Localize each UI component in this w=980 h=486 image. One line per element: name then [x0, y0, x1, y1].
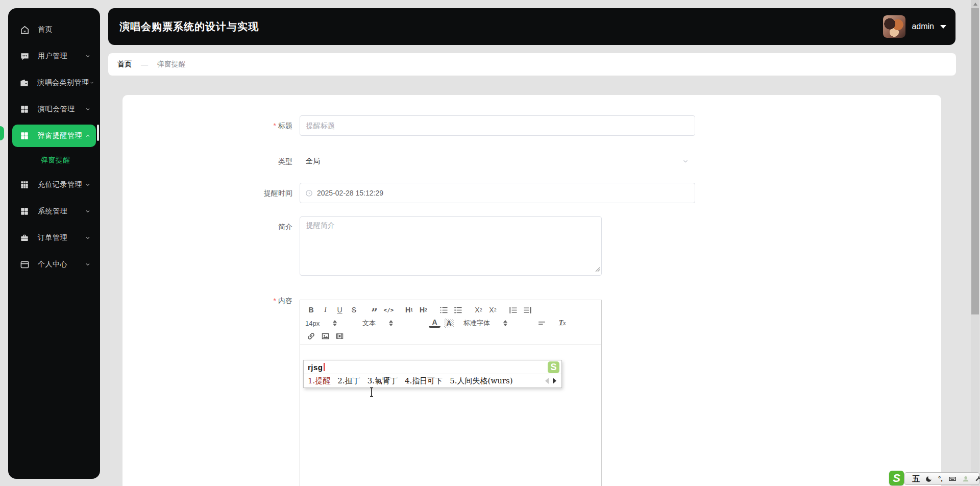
underline-button[interactable]: U — [334, 304, 346, 315]
card-icon — [19, 259, 30, 270]
sidebar-item-label: 充值记录管理 — [38, 180, 85, 189]
caret-down-icon — [940, 25, 946, 29]
text-cursor-icon — [369, 387, 375, 399]
avatar[interactable] — [883, 15, 905, 38]
heading1-button[interactable]: H1 — [403, 304, 415, 315]
sidebar-item-popup-reminder-mgmt[interactable]: 弹窗提醒管理 — [12, 125, 96, 147]
sidebar: 首页 用户管理 — [8, 8, 100, 479]
sidebar-item-label: 个人中心 — [38, 260, 85, 269]
h-glyph: H — [420, 306, 425, 314]
sidebar-subitem-popup-reminder[interactable]: 弹窗提醒 — [12, 151, 96, 170]
indent-button[interactable] — [522, 304, 533, 315]
ime-candidate[interactable]: 4.指日可下 — [405, 376, 443, 386]
line-height-button[interactable] — [536, 318, 548, 329]
scrollbar-thumb[interactable] — [971, 8, 979, 314]
text-type-value: 文本 — [362, 319, 376, 328]
sidebar-item-label: 订单管理 — [38, 233, 85, 242]
blockquote-button[interactable]: ” — [369, 304, 380, 315]
ime-candidate[interactable]: 2.担丁 — [337, 376, 360, 386]
chevron-down-icon — [85, 182, 91, 188]
sidebar-item-label: 演唱会管理 — [38, 105, 85, 114]
type-select[interactable]: 全局 — [300, 151, 695, 172]
chevron-up-icon — [85, 133, 91, 139]
superscript-button[interactable]: X2 — [487, 304, 499, 315]
sidebar-item-concert-mgmt[interactable]: 演唱会管理 — [12, 98, 96, 120]
sidebar-item-label: 系统管理 — [38, 207, 85, 216]
time-field-label: 提醒时间 — [122, 183, 292, 203]
unordered-list-button[interactable] — [452, 304, 464, 315]
font-family-select[interactable]: 标准字体 — [463, 319, 525, 328]
editor-toolbar: B I U S ” </> H1 H2 — [300, 300, 601, 345]
sidebar-item-profile[interactable]: 个人中心 — [12, 253, 96, 276]
sidebar-item-home[interactable]: 首页 — [12, 18, 96, 41]
punctuation-mode-button[interactable]: °, — [938, 475, 943, 482]
t-glyph: T — [559, 319, 564, 327]
text-type-select[interactable]: 文本 — [362, 319, 418, 328]
image-button[interactable] — [320, 330, 331, 342]
ordered-list-button[interactable] — [438, 304, 450, 315]
sidebar-item-system-mgmt[interactable]: 系统管理 — [12, 200, 96, 223]
wrench-icon[interactable] — [975, 475, 980, 482]
sidebar-item-concert-category[interactable]: 演唱会类别管理 — [12, 71, 96, 94]
italic-button[interactable]: I — [320, 304, 331, 315]
font-color-button[interactable]: A — [429, 319, 440, 328]
sogou-ime-logo[interactable]: S — [889, 471, 904, 485]
ime-next-page-icon[interactable] — [553, 378, 556, 384]
sidebar-menu: 首页 用户管理 — [8, 16, 100, 278]
chevron-down-icon — [85, 261, 91, 268]
sidebar-item-orders[interactable]: 订单管理 — [12, 227, 96, 249]
sidebar-item-label: 演唱会类别管理 — [37, 78, 89, 87]
heading2-button[interactable]: H2 — [418, 304, 429, 315]
grid-icon — [19, 206, 30, 216]
outdent-button[interactable] — [507, 304, 519, 315]
page-scrollbar[interactable] — [971, 0, 979, 486]
keyboard-icon[interactable] — [948, 475, 957, 483]
spinner-icon — [333, 320, 337, 326]
user-icon[interactable] — [962, 475, 969, 482]
label-text: 标题 — [278, 121, 292, 130]
ime-candidate[interactable]: 3.氯肾丁 — [368, 376, 398, 386]
breadcrumb: 首页 — 弹窗提醒 — [108, 53, 956, 76]
moon-icon[interactable] — [925, 475, 933, 482]
time-picker[interactable]: 2025-02-28 15:12:29 — [300, 183, 695, 203]
spinner-icon — [503, 320, 507, 326]
resize-grip-icon[interactable] — [595, 265, 600, 274]
link-button[interactable] — [305, 330, 317, 342]
sidebar-item-recharge-records[interactable]: 充值记录管理 — [12, 174, 96, 196]
ime-prev-page-icon[interactable] — [545, 378, 549, 384]
intro-textarea[interactable] — [300, 216, 602, 276]
type-select-value: 全局 — [306, 157, 682, 166]
rich-text-editor: B I U S ” </> H1 H2 — [300, 300, 602, 486]
x-glyph: X — [489, 306, 494, 314]
ime-candidate[interactable]: 1.提醒 — [308, 376, 330, 386]
h-glyph: H — [405, 306, 410, 314]
title-input[interactable] — [300, 115, 695, 136]
breadcrumb-home[interactable]: 首页 — [117, 60, 132, 69]
sidebar-scroll-indicator[interactable] — [97, 125, 99, 141]
scroll-up-button[interactable] — [971, 0, 979, 8]
subscript-button[interactable]: X2 — [473, 304, 484, 315]
grid-icon — [19, 131, 30, 141]
sidebar-subitem-label: 弹窗提醒 — [41, 156, 70, 165]
strikethrough-button[interactable]: S — [348, 304, 360, 315]
chevron-down-icon — [85, 106, 91, 112]
chevron-down-icon — [85, 208, 91, 214]
background-color-button[interactable]: A — [443, 318, 455, 329]
ime-candidates-row: 1.提醒 2.担丁 3.氯肾丁 4.指日可下 5.人间失格(wurs) — [304, 374, 561, 387]
editor-content-area[interactable]: rjsg S 1.提醒 2.担丁 3.氯肾丁 4.指日可下 5.人间失格(wur… — [300, 345, 601, 486]
video-button[interactable] — [334, 330, 346, 342]
sidebar-item-users[interactable]: 用户管理 — [12, 45, 96, 67]
clear-format-button[interactable]: Tx — [556, 318, 568, 329]
user-menu[interactable]: admin — [883, 8, 946, 45]
ime-candidate[interactable]: 5.人间失格(wurs) — [450, 376, 512, 386]
required-mark: * — [274, 297, 276, 305]
code-button[interactable]: </> — [383, 304, 395, 315]
wubi-mode-button[interactable]: 五 — [912, 475, 920, 482]
type-field-label: 类型 — [122, 151, 292, 172]
ime-caret — [324, 363, 325, 371]
bold-button[interactable]: B — [305, 304, 317, 315]
sidebar-item-label: 弹窗提醒管理 — [38, 131, 85, 140]
label-text: 提醒时间 — [264, 189, 292, 197]
wallet-icon — [19, 78, 29, 88]
font-size-select[interactable]: 14px — [305, 320, 351, 327]
